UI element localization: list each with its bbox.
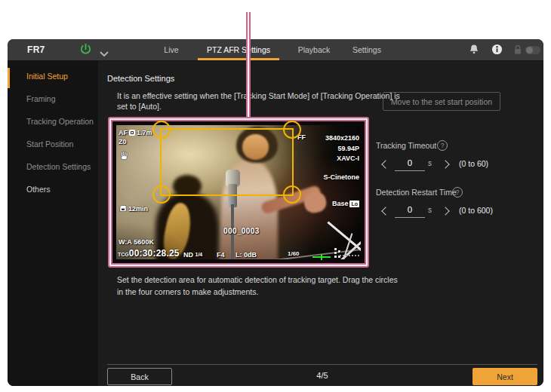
detection-restart-help-icon[interactable]: ?	[452, 187, 463, 198]
tracking-timeout-value[interactable]: 0	[395, 158, 425, 167]
lock-toggle[interactable]	[525, 46, 540, 54]
active-tab-underline	[198, 58, 279, 60]
steadyshot-indicator	[119, 151, 129, 162]
app-window: FR7 Live PTZ AFR Settings Playback Setti…	[8, 39, 543, 386]
tracking-timeout-help-icon[interactable]: ?	[437, 140, 448, 151]
lock-icon	[513, 44, 522, 55]
info-button[interactable]	[491, 44, 503, 58]
bell-icon	[469, 44, 479, 56]
detection-restart-range: (0 to 600)	[459, 206, 493, 215]
power-button[interactable]	[79, 43, 92, 59]
detection-handle-top-left[interactable]	[152, 121, 171, 139]
media-remain-value: 12min	[128, 205, 148, 213]
sidebar-item-others[interactable]: Others	[26, 185, 51, 194]
detection-restart-value[interactable]: 0	[395, 205, 425, 214]
resolution: 3840x2160	[325, 133, 359, 144]
detection-handle-top-right[interactable]	[283, 121, 301, 139]
tab-ptz-afr-settings[interactable]: PTZ AFR Settings	[196, 39, 281, 60]
tab-live[interactable]: Live	[149, 39, 194, 60]
sidebar: Initial Setup Framing Tracking Operation…	[8, 61, 98, 386]
steadyshot-hand-icon	[119, 151, 129, 161]
chevron-down-icon	[100, 51, 109, 57]
tracking-timeout-label: Tracking Timeout	[376, 141, 436, 150]
iris-value: F4	[217, 251, 225, 259]
detection-handle-bottom-left[interactable]	[152, 185, 171, 204]
move-to-start-position-button[interactable]: Move to the set start position	[383, 92, 500, 111]
power-icon	[79, 43, 92, 56]
next-button[interactable]: Next	[473, 368, 537, 385]
nd-filter: ND 1/4	[183, 251, 202, 259]
focus-area-icon	[129, 130, 135, 136]
back-button[interactable]: Back	[107, 368, 172, 385]
nd-label: ND	[183, 251, 193, 259]
zoom-position: Z0	[119, 138, 127, 145]
tracking-timeout-range: (0 to 60)	[459, 159, 488, 168]
focus-status: AF1.7m	[119, 129, 152, 136]
camera-monitor: AF1.7m Z0 FF 38	[116, 125, 361, 259]
meter-dots-icon	[334, 248, 337, 258]
base-look-indicator: BaseLo	[332, 200, 359, 207]
tc-value: 00:30:28.25	[129, 248, 180, 259]
content-area: Detection Settings It is an effective se…	[98, 61, 543, 386]
sidebar-item-start-position[interactable]: Start Position	[26, 139, 73, 149]
meter-dots-icon	[338, 250, 340, 258]
codec: XAVC-I	[325, 154, 359, 164]
sidebar-item-initial-setup[interactable]: Initial Setup	[26, 72, 68, 81]
footer-divider	[107, 364, 537, 365]
shutter-value: 1/60	[288, 250, 300, 257]
picture-look: S-Cinetone	[323, 173, 359, 181]
sidebar-item-framing[interactable]: Framing	[26, 94, 56, 103]
tracking-timeout-unit: s	[428, 159, 432, 167]
detection-restart-underline	[395, 217, 425, 218]
detection-handle-bottom-right[interactable]	[283, 185, 301, 204]
format-block: 3840x2160 59.94P XAVC-I	[325, 133, 359, 164]
media-card-icon	[119, 205, 127, 212]
active-item-marker	[8, 68, 10, 88]
sidebar-item-tracking-operation[interactable]: Tracking Operation	[26, 117, 94, 126]
page-title: Detection Settings	[107, 74, 174, 83]
lock-indicator	[513, 44, 522, 58]
top-bar: FR7 Live PTZ AFR Settings Playback Setti…	[8, 39, 543, 61]
framerate: 59.94P	[325, 144, 359, 155]
sidebar-item-detection-settings[interactable]: Detection Settings	[26, 162, 91, 171]
gain-value: L: 0dB	[235, 251, 257, 259]
detection-restart-label: Detection Restart Time	[376, 188, 457, 197]
tracking-timeout-decrement[interactable]	[381, 160, 389, 168]
timecode-display: TCG00:30:28.25	[118, 248, 180, 259]
power-menu-chevron[interactable]	[100, 47, 109, 60]
detection-restart-increment[interactable]	[441, 207, 449, 215]
audio-level-meter	[312, 254, 331, 260]
media-remaining: 12min	[119, 205, 148, 213]
white-balance: W:A 5600K	[119, 238, 154, 246]
tracking-timeout-increment[interactable]	[441, 160, 449, 168]
notifications-button[interactable]	[469, 44, 479, 59]
detection-area-rect[interactable]	[160, 128, 294, 196]
device-title: FR7	[27, 39, 45, 60]
focus-mode-label: AF	[119, 129, 128, 136]
wb-mode: W:A	[119, 238, 132, 246]
detection-area-note: Set the detection area for automatic det…	[117, 274, 472, 298]
wb-temp: 5600K	[134, 238, 154, 246]
tc-label: TCG	[118, 252, 129, 257]
info-icon	[491, 44, 503, 55]
callout-highlight-box: AF1.7m Z0 FF 38	[108, 117, 369, 268]
base-label: Base	[332, 200, 349, 207]
tab-playback[interactable]: Playback	[288, 39, 340, 60]
tab-settings[interactable]: Settings	[344, 39, 389, 60]
page: { "titlebar": { "device": "FR7", "tabs":…	[0, 0, 551, 392]
base-badge: Lo	[349, 201, 359, 207]
nd-value: 1/4	[195, 252, 203, 257]
toggle-knob	[526, 47, 533, 54]
clip-name: 000_0003	[223, 227, 260, 235]
callout-line	[246, 12, 251, 117]
meter-scale-dots	[340, 255, 359, 256]
tracking-timeout-underline	[395, 170, 425, 171]
meter-tick	[321, 254, 322, 260]
focus-distance: 1.7m	[137, 129, 152, 136]
detection-restart-unit: s	[428, 206, 432, 214]
detection-restart-decrement[interactable]	[381, 207, 389, 215]
